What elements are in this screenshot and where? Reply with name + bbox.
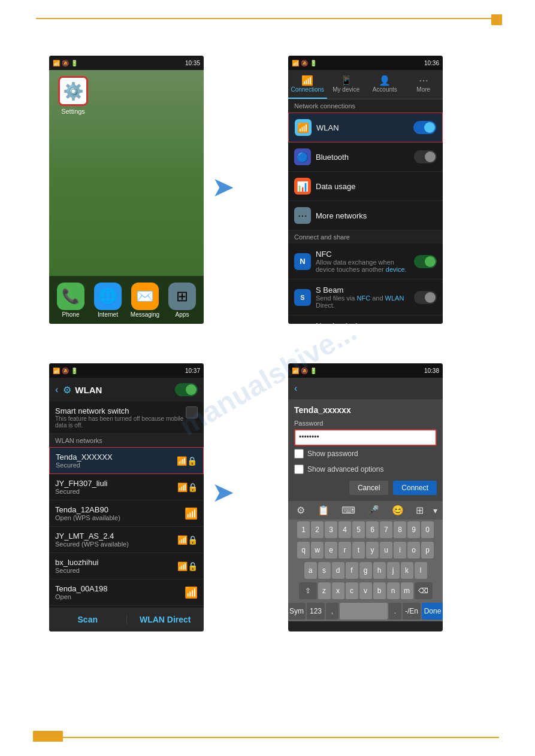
key-period[interactable]: . bbox=[389, 603, 401, 620]
ss4-show-advanced-row[interactable]: Show advanced options bbox=[294, 462, 437, 477]
key-9[interactable]: 9 bbox=[407, 521, 420, 538]
key-done[interactable]: Done bbox=[422, 603, 443, 620]
key-t[interactable]: t bbox=[352, 542, 365, 558]
show-password-checkbox[interactable] bbox=[294, 449, 304, 459]
key-s[interactable]: s bbox=[318, 562, 331, 579]
key-8[interactable]: 8 bbox=[394, 521, 406, 538]
key-c[interactable]: c bbox=[346, 582, 358, 599]
key-shift[interactable]: ⇧ bbox=[299, 582, 317, 599]
ss4-status-icons: 📶 🔕 🔋 bbox=[292, 368, 317, 374]
apps-app[interactable]: ⊞ Apps bbox=[166, 283, 199, 318]
ss2-nearby-row[interactable]: 📡 Nearby devices Share your media files … bbox=[288, 315, 443, 324]
wlan-toggle[interactable] bbox=[413, 121, 436, 134]
show-advanced-checkbox[interactable] bbox=[294, 464, 304, 474]
ss2-data-usage-row[interactable]: 📊 Data usage bbox=[288, 172, 443, 201]
connect-button[interactable]: Connect bbox=[393, 481, 437, 495]
kb-keyboard-icon[interactable]: ⌨ bbox=[338, 503, 358, 517]
kb-mic-icon[interactable]: 🎤 bbox=[364, 503, 382, 517]
key-w[interactable]: w bbox=[311, 542, 324, 558]
tab-more[interactable]: ⋯ More bbox=[404, 70, 443, 99]
key-backspace[interactable]: ⌫ bbox=[415, 582, 433, 599]
key-n[interactable]: n bbox=[387, 582, 400, 599]
key-g[interactable]: g bbox=[359, 562, 372, 579]
network-jy-lmt[interactable]: JY_LMT_AS_2.4 Secured (WPS available) 📶🔒 bbox=[49, 527, 204, 553]
phone-icon: 📞 bbox=[57, 283, 84, 310]
wifi-icon-2: 📶 bbox=[185, 507, 198, 520]
ss2-bluetooth-row[interactable]: 🔵 Bluetooth bbox=[288, 142, 443, 172]
kb-layout-icon[interactable]: ⊞ bbox=[413, 503, 427, 517]
cancel-button[interactable]: Cancel bbox=[349, 481, 388, 495]
messaging-app[interactable]: ✉️ Messaging bbox=[129, 283, 162, 318]
key-j[interactable]: j bbox=[387, 562, 400, 579]
key-e[interactable]: e bbox=[325, 542, 337, 558]
key-p[interactable]: p bbox=[421, 542, 434, 558]
key-o[interactable]: o bbox=[407, 542, 420, 558]
key-v[interactable]: v bbox=[359, 582, 372, 599]
bluetooth-toggle[interactable] bbox=[414, 150, 437, 163]
key-4[interactable]: 4 bbox=[338, 521, 351, 538]
ss2-sbeam-row[interactable]: S S Beam Send files via NFC and WLANDire… bbox=[288, 280, 443, 315]
key-h[interactable]: h bbox=[373, 562, 386, 579]
keyboard-q-row: q w e r t y u i o p bbox=[288, 540, 443, 560]
ss2-wlan-row[interactable]: 📶 WLAN bbox=[288, 113, 443, 142]
network-tenda-xxxxxx[interactable]: Tenda_XXXXXX Secured 📶🔒 bbox=[49, 447, 204, 474]
key-m[interactable]: m bbox=[401, 582, 413, 599]
network-name-4: bx_luozhihui bbox=[55, 558, 177, 567]
settings-app-icon[interactable]: ⚙️ Settings bbox=[55, 76, 91, 115]
tab-connections[interactable]: 📶 Connections bbox=[288, 70, 327, 99]
kb-clipboard-icon[interactable]: 📋 bbox=[315, 503, 333, 517]
key-space[interactable] bbox=[340, 603, 388, 620]
kb-dropdown-icon[interactable]: ▾ bbox=[433, 506, 437, 515]
ss4-show-password-row[interactable]: Show password bbox=[294, 446, 437, 462]
key-b[interactable]: b bbox=[373, 582, 386, 599]
nfc-toggle[interactable] bbox=[414, 255, 437, 268]
key-r[interactable]: r bbox=[338, 542, 351, 558]
key-d[interactable]: d bbox=[332, 562, 344, 579]
network-bx-luozhihui[interactable]: bx_luozhihui Secured 📶🔒 bbox=[49, 553, 204, 579]
scan-button[interactable]: Scan bbox=[49, 615, 127, 624]
key-3[interactable]: 3 bbox=[325, 521, 337, 538]
smart-switch-checkbox[interactable] bbox=[186, 406, 198, 418]
keyboard-z-row: ⇧ z x c v b n m ⌫ bbox=[288, 581, 443, 601]
key-k[interactable]: k bbox=[401, 562, 413, 579]
ss3-back-button[interactable]: ‹ bbox=[55, 384, 58, 395]
key-en[interactable]: -/En bbox=[403, 603, 421, 620]
key-7[interactable]: 7 bbox=[380, 521, 392, 538]
key-i[interactable]: i bbox=[394, 542, 406, 558]
key-z[interactable]: z bbox=[318, 582, 331, 599]
key-sym[interactable]: Sym bbox=[288, 603, 306, 620]
key-comma[interactable]: , bbox=[326, 603, 338, 620]
network-jy-fh307[interactable]: JY_FH307_liuli Secured 📶🔒 bbox=[49, 474, 204, 500]
network-tenda-00a198[interactable]: Tenda_00A198 Open 📶 bbox=[49, 579, 204, 606]
wlan-direct-button[interactable]: WLAN Direct bbox=[127, 615, 204, 624]
tab-my-device[interactable]: 📱 My device bbox=[327, 70, 366, 99]
ss1-statusbar: 📶 🔕 🔋 10:35 bbox=[49, 56, 204, 70]
sbeam-icon: S bbox=[294, 289, 311, 306]
key-a[interactable]: a bbox=[304, 562, 317, 579]
key-123[interactable]: 123 bbox=[307, 603, 325, 620]
ss4-password-input[interactable]: •••••••• bbox=[294, 429, 437, 446]
key-1[interactable]: 1 bbox=[297, 521, 310, 538]
phone-app[interactable]: 📞 Phone bbox=[55, 283, 87, 318]
internet-app[interactable]: 🌐 Internet bbox=[92, 283, 125, 318]
key-5[interactable]: 5 bbox=[352, 521, 365, 538]
key-f[interactable]: f bbox=[346, 562, 358, 579]
key-2[interactable]: 2 bbox=[311, 521, 324, 538]
key-q[interactable]: q bbox=[297, 542, 310, 558]
kb-emoji-icon[interactable]: 😊 bbox=[389, 503, 407, 517]
key-l[interactable]: l bbox=[415, 562, 427, 579]
key-u[interactable]: u bbox=[380, 542, 392, 558]
key-x[interactable]: x bbox=[332, 582, 344, 599]
tab-accounts[interactable]: 👤 Accounts bbox=[365, 70, 404, 99]
ss4-back-button[interactable]: ‹ bbox=[294, 383, 297, 394]
key-6[interactable]: 6 bbox=[366, 521, 379, 538]
ss2-more-networks-row[interactable]: ⋯ More networks bbox=[288, 201, 443, 230]
ss2-nfc-row[interactable]: N NFC Allow data exchange whendevice tou… bbox=[288, 244, 443, 280]
network-tenda-12ab90[interactable]: Tenda_12AB90 Open (WPS available) 📶 bbox=[49, 500, 204, 527]
ss3-wlan-toggle[interactable] bbox=[175, 383, 198, 396]
key-0[interactable]: 0 bbox=[421, 521, 434, 538]
sbeam-toggle[interactable] bbox=[414, 291, 437, 304]
kb-settings-icon[interactable]: ⚙ bbox=[294, 503, 308, 517]
ss3-title: WLAN bbox=[75, 385, 175, 395]
key-y[interactable]: y bbox=[366, 542, 379, 558]
